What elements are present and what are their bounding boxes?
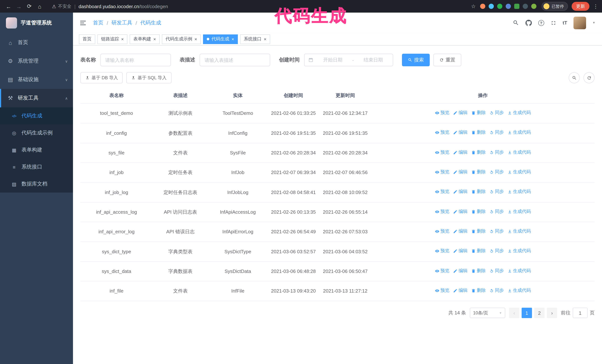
preview-action[interactable]: 预览 (435, 267, 449, 275)
prev-page-button[interactable]: ‹ (509, 308, 519, 318)
generate-action[interactable]: 生成代码 (507, 287, 531, 294)
generate-action[interactable]: 生成代码 (507, 228, 531, 235)
sidebar-item-home[interactable]: ⌂首页 (0, 33, 73, 52)
table-name-input[interactable] (100, 54, 171, 66)
user-avatar[interactable] (573, 16, 586, 29)
delete-action[interactable]: 删除 (471, 129, 486, 136)
bookmark-star-icon[interactable]: ☆ (471, 3, 476, 9)
address-bar[interactable]: ⚠ 不安全 | dashboard.yudao.iocoder.cn/tool/… (48, 1, 470, 11)
generate-action[interactable]: 生成代码 (507, 188, 531, 196)
edit-action[interactable]: 编辑 (453, 228, 468, 235)
edit-action[interactable]: 编辑 (453, 248, 468, 255)
extension-icon[interactable] (489, 4, 494, 9)
preview-action[interactable]: 预览 (435, 208, 449, 215)
github-icon[interactable] (525, 20, 532, 26)
sidebar-item-codegen-example[interactable]: ◎代码生成示例 (0, 125, 73, 141)
edit-action[interactable]: 编辑 (453, 287, 468, 294)
chevron-down-icon[interactable]: ▼ (592, 21, 595, 24)
page-size-select[interactable]: 10条/页 ▼ (470, 308, 505, 318)
refresh-table-button[interactable] (583, 72, 595, 83)
back-icon[interactable]: ← (4, 1, 13, 11)
preview-action[interactable]: 预览 (435, 248, 449, 255)
generate-action[interactable]: 生成代码 (507, 267, 531, 275)
generate-action[interactable]: 生成代码 (507, 129, 531, 136)
import-sql-button[interactable]: 基于 SQL 导入 (127, 72, 171, 83)
breadcrumb-item[interactable]: 代码生成 (140, 20, 161, 26)
edit-action[interactable]: 编辑 (453, 129, 468, 136)
extension-icon[interactable] (523, 4, 528, 9)
sync-action[interactable]: 同步 (489, 109, 504, 117)
tab-tracing[interactable]: 链路追踪× (97, 34, 128, 44)
tab-codegen[interactable]: 代码生成× (203, 34, 238, 44)
generate-action[interactable]: 生成代码 (507, 168, 531, 176)
close-icon[interactable]: × (264, 37, 266, 41)
toggle-search-button[interactable] (569, 72, 580, 83)
table-desc-input[interactable] (200, 54, 270, 66)
sidebar-item-db-doc[interactable]: ▨数据库文档 (0, 176, 73, 193)
edit-action[interactable]: 编辑 (453, 188, 468, 196)
sidebar-item-form-builder[interactable]: ▦表单构建 (0, 141, 73, 158)
extension-icon[interactable] (514, 4, 519, 9)
extension-icon[interactable] (531, 4, 537, 9)
app-logo[interactable]: 芋道管理系统 (0, 13, 73, 33)
close-icon[interactable]: × (232, 37, 234, 41)
sync-action[interactable]: 同步 (489, 149, 504, 156)
page-button-2[interactable]: 2 (534, 308, 545, 318)
help-icon[interactable]: ? (538, 20, 544, 26)
profile-chip[interactable]: 已暂停 (542, 2, 568, 11)
close-icon[interactable]: × (121, 37, 124, 41)
goto-page-input[interactable] (573, 308, 588, 318)
sync-action[interactable]: 同步 (489, 248, 504, 255)
breadcrumb-item[interactable]: 研发工具 (111, 20, 132, 26)
sidebar-item-infra[interactable]: ▤基础设施∨ (0, 70, 73, 89)
edit-action[interactable]: 编辑 (453, 168, 468, 176)
sync-action[interactable]: 同步 (489, 287, 504, 294)
delete-action[interactable]: 删除 (471, 188, 486, 196)
end-date-placeholder[interactable]: 结束日期 (357, 57, 389, 63)
generate-action[interactable]: 生成代码 (507, 109, 531, 117)
delete-action[interactable]: 删除 (471, 228, 486, 235)
sync-action[interactable]: 同步 (489, 267, 504, 275)
delete-action[interactable]: 删除 (471, 267, 486, 275)
extension-icon[interactable] (497, 4, 502, 9)
delete-action[interactable]: 删除 (471, 208, 486, 215)
extension-icon[interactable] (480, 4, 485, 9)
breadcrumb-item[interactable]: 首页 (93, 20, 103, 26)
sync-action[interactable]: 同步 (489, 188, 504, 196)
edit-action[interactable]: 编辑 (453, 149, 468, 156)
delete-action[interactable]: 删除 (471, 109, 486, 117)
url[interactable]: dashboard.yudao.iocoder.cn/tool/codegen (78, 3, 168, 9)
date-range-picker[interactable]: 开始日期 - 结束日期 (304, 54, 393, 66)
generate-action[interactable]: 生成代码 (507, 208, 531, 215)
sidebar-item-system[interactable]: ⚙系统管理∨ (0, 52, 73, 70)
search-icon[interactable] (513, 20, 519, 26)
tab-home[interactable]: 首页 (79, 34, 95, 44)
reload-icon[interactable]: ⟳ (24, 1, 34, 11)
delete-action[interactable]: 删除 (471, 287, 486, 294)
forward-icon[interactable]: → (14, 1, 24, 11)
page-button-1[interactable]: 1 (522, 308, 532, 318)
preview-action[interactable]: 预览 (435, 228, 449, 235)
extension-icon[interactable] (506, 4, 511, 9)
font-size-icon[interactable]: tT (563, 20, 567, 26)
generate-action[interactable]: 生成代码 (507, 248, 531, 255)
reset-button[interactable]: 重置 (433, 54, 461, 66)
browser-menu-icon[interactable]: ⋮ (593, 3, 598, 9)
fullscreen-icon[interactable] (550, 20, 556, 26)
search-button[interactable]: 搜索 (402, 54, 430, 66)
edit-action[interactable]: 编辑 (453, 267, 468, 275)
delete-action[interactable]: 删除 (471, 248, 486, 255)
tab-form-builder[interactable]: 表单构建× (130, 34, 160, 44)
security-chip[interactable]: ⚠ 不安全 (52, 3, 71, 10)
start-date-placeholder[interactable]: 开始日期 (317, 57, 349, 63)
preview-action[interactable]: 预览 (435, 287, 449, 294)
preview-action[interactable]: 预览 (435, 188, 449, 196)
generate-action[interactable]: 生成代码 (507, 149, 531, 156)
preview-action[interactable]: 预览 (435, 109, 449, 117)
sidebar-item-codegen[interactable]: </>代码生成 (0, 107, 73, 125)
tab-codegen-example[interactable]: 代码生成示例× (162, 34, 201, 44)
edit-action[interactable]: 编辑 (453, 208, 468, 215)
sync-action[interactable]: 同步 (489, 228, 504, 235)
preview-action[interactable]: 预览 (435, 168, 449, 176)
preview-action[interactable]: 预览 (435, 129, 449, 136)
